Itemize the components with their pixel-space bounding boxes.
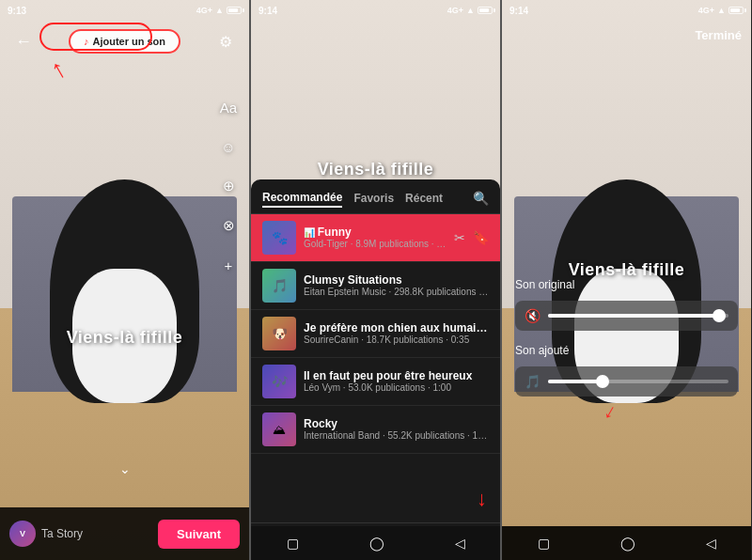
termine-button[interactable]: Terminé xyxy=(695,21,742,50)
story-tag: V Ta Story xyxy=(9,521,150,547)
status-icons-p1: 4G+ ▲ xyxy=(196,6,242,15)
right-toolbar: Aa ☺ ⊕ ⊗ + xyxy=(215,94,242,278)
music-note-icon: ♪ xyxy=(84,36,89,47)
panel-2: 9:14 4G+ ▲ Viens-là fifille Recommandée … xyxy=(251,0,502,560)
son-original-track[interactable] xyxy=(548,314,728,318)
bottom-bar-p1: V Ta Story Suivant xyxy=(0,507,249,560)
battery-icon-p3 xyxy=(728,7,744,14)
panel-3: 9:14 4G+ ▲ Terminé Viens-là fifille Son … xyxy=(502,0,752,560)
volume-section: Son original 🔇 Son ajouté 🎵 xyxy=(502,278,751,410)
song-title-5: Rocky xyxy=(304,417,489,430)
son-original-thumb xyxy=(713,309,726,322)
add-tool[interactable]: + xyxy=(215,252,242,278)
song-title-2: Clumsy Situations xyxy=(304,273,489,287)
song-title-4: Il en faut peu pour être heureux xyxy=(304,369,489,382)
music-info-2: Clumsy Situations Eitan Epstein Music · … xyxy=(304,273,489,297)
signal-icon-p3: 4G+ xyxy=(698,6,714,15)
battery-icon-p2 xyxy=(478,7,493,14)
nav-home-icon: ◯ xyxy=(369,536,384,551)
song-title-3: Je préfère mon chien aux humains xyxy=(304,321,489,334)
status-icons-p3: 4G+ ▲ xyxy=(698,6,744,15)
status-bar-p3: 9:14 4G+ ▲ xyxy=(502,0,751,21)
waveform-icon-1: 📊 xyxy=(304,227,318,238)
battery-icon xyxy=(227,7,242,14)
panel-1: 9:13 4G+ ▲ ← ♪ Ajouter un son ⚙ ↑ Aa ☺ ⊕… xyxy=(0,0,251,560)
time-p2: 9:14 xyxy=(258,6,277,16)
status-bar-p1: 9:13 4G+ ▲ xyxy=(0,0,249,21)
tab-recommandee[interactable]: Recommandée xyxy=(262,189,342,208)
nav-square-icon: ▢ xyxy=(287,536,299,551)
music-item-4[interactable]: 🎶 Il en faut peu pour être heureux Léo V… xyxy=(251,358,500,406)
music-icon-vol: 🎵 xyxy=(525,374,540,389)
son-ajoute-thumb xyxy=(596,375,609,388)
music-thumb-1: 🐾 xyxy=(262,221,296,255)
bookmark-icon[interactable]: 🔖 xyxy=(473,230,489,245)
music-item-3[interactable]: 🐶 Je préfère mon chien aux humains Souri… xyxy=(251,310,500,358)
time-p1: 9:13 xyxy=(8,6,26,16)
music-item-2[interactable]: 🎵 Clumsy Situations Eitan Epstein Music … xyxy=(251,262,500,310)
music-info-3: Je préfère mon chien aux humains Sourire… xyxy=(304,321,489,345)
music-thumb-4: 🎶 xyxy=(262,365,296,398)
status-icons-p2: 4G+ ▲ xyxy=(447,6,493,15)
son-ajoute-fill xyxy=(548,380,603,383)
song-meta-2: Eitan Epstein Music · 298.8K publication… xyxy=(304,287,489,297)
son-original-slider-row: 🔇 xyxy=(515,301,738,331)
music-item-5[interactable]: ⛰ Rocky International Band · 55.2K publi… xyxy=(251,406,500,454)
search-icon[interactable]: 🔍 xyxy=(473,191,489,206)
mute-icon: 🔇 xyxy=(525,308,540,323)
music-thumb-5: ⛰ xyxy=(262,412,296,446)
tab-recent[interactable]: Récent xyxy=(405,190,443,207)
time-p3: 9:14 xyxy=(509,6,528,16)
song-title-1: 📊 Funny xyxy=(304,226,446,239)
signal-icon-p2: 4G+ xyxy=(447,6,463,15)
music-thumb-3: 🐶 xyxy=(262,317,296,350)
music-info-1: 📊 Funny Gold-Tiger · 8.9M publications ·… xyxy=(304,226,446,249)
song-meta-5: International Band · 55.2K publications … xyxy=(304,430,489,441)
gear-button[interactable]: ⚙ xyxy=(212,27,240,55)
music-info-5: Rocky International Band · 55.2K publica… xyxy=(304,417,489,441)
back-button[interactable]: ← xyxy=(9,27,38,55)
caption-p2: Viens-là fifille xyxy=(251,160,500,179)
tab-favoris[interactable]: Favoris xyxy=(353,190,394,207)
son-original-fill xyxy=(548,314,719,318)
text-tool[interactable]: Aa xyxy=(215,94,242,120)
emoji-tool[interactable]: ☺ xyxy=(215,133,242,160)
nav-back-icon-p3: ◁ xyxy=(706,536,716,551)
add-sound-label: Ajouter un son xyxy=(92,36,165,47)
music-list: 🐾 📊 Funny Gold-Tiger · 8.9M publications… xyxy=(251,214,500,522)
son-ajoute-slider-row: 🎵 xyxy=(515,366,738,397)
status-bar-p2: 9:14 4G+ ▲ xyxy=(251,0,500,21)
story-label: Ta Story xyxy=(41,527,83,540)
music-item-1[interactable]: 🐾 📊 Funny Gold-Tiger · 8.9M publications… xyxy=(251,214,500,262)
song-meta-1: Gold-Tiger · 8.9M publications · 1:00 xyxy=(304,239,446,249)
avatar: V xyxy=(9,521,36,547)
chevron-down-icon: ⌄ xyxy=(119,461,131,476)
nav-back-icon: ◁ xyxy=(455,536,465,551)
wifi-icon-p2: ▲ xyxy=(466,6,475,15)
music-tabs: Recommandée Favoris Récent 🔍 xyxy=(251,179,500,214)
nav-bar-p2: ▢ ◯ ◁ xyxy=(251,526,500,560)
termine-bar: Terminé xyxy=(695,21,742,50)
p1-toolbar: ← ♪ Ajouter un son ⚙ xyxy=(0,21,249,62)
suivant-button[interactable]: Suivant xyxy=(158,520,240,549)
song-meta-3: SourireCanin · 18.7K publications · 0:35 xyxy=(304,334,489,345)
nav-square-icon-p3: ▢ xyxy=(538,536,550,551)
wifi-icon-p3: ▲ xyxy=(717,6,726,15)
scissors-icon[interactable]: ✂ xyxy=(454,230,465,245)
nav-home-icon-p3: ◯ xyxy=(620,536,635,551)
music-panel: Recommandée Favoris Récent 🔍 🐾 📊 Funny G… xyxy=(251,179,500,560)
music-thumb-2: 🎵 xyxy=(262,269,296,303)
red-arrow-volume: ↓ xyxy=(477,487,487,511)
caption-p3: Viens-là fifille xyxy=(502,260,751,280)
son-ajoute-label-p3: Son ajouté xyxy=(515,344,738,357)
wifi-icon: ▲ xyxy=(215,6,224,15)
camera-tool[interactable]: ⊕ xyxy=(215,173,242,199)
caption-p1: Viens-là fifille xyxy=(0,328,249,348)
song-meta-4: Léo Vym · 53.0K publications · 1:00 xyxy=(304,382,489,393)
effects-tool[interactable]: ⊗ xyxy=(215,212,242,239)
son-ajoute-track[interactable] xyxy=(548,380,728,383)
dog xyxy=(50,179,199,403)
add-sound-button[interactable]: ♪ Ajouter un son xyxy=(69,29,180,54)
music-actions-1: ✂ 🔖 xyxy=(454,230,489,245)
signal-icon: 4G+ xyxy=(196,6,212,15)
